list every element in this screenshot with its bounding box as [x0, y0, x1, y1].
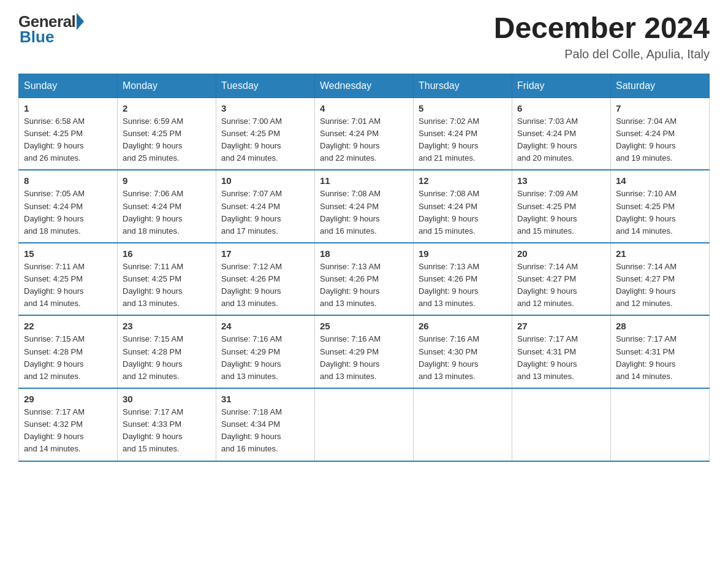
day-info: Sunrise: 7:08 AMSunset: 4:24 PMDaylight:… — [419, 189, 479, 235]
day-number: 18 — [320, 248, 408, 259]
day-info: Sunrise: 7:02 AMSunset: 4:24 PMDaylight:… — [419, 117, 479, 163]
day-number: 2 — [123, 103, 211, 113]
calendar-cell: 1 Sunrise: 6:58 AMSunset: 4:25 PMDayligh… — [19, 98, 118, 170]
day-number: 24 — [221, 321, 309, 331]
day-info: Sunrise: 7:04 AMSunset: 4:24 PMDaylight:… — [616, 117, 677, 163]
calendar-cell: 28 Sunrise: 7:17 AMSunset: 4:31 PMDaylig… — [611, 315, 710, 388]
day-number: 6 — [517, 103, 605, 113]
calendar-table: SundayMondayTuesdayWednesdayThursdayFrid… — [18, 74, 710, 462]
calendar-cell: 12 Sunrise: 7:08 AMSunset: 4:24 PMDaylig… — [414, 170, 512, 243]
header-wednesday: Wednesday — [315, 74, 414, 98]
calendar-cell: 16 Sunrise: 7:11 AMSunset: 4:25 PMDaylig… — [118, 243, 216, 316]
calendar-body: 1 Sunrise: 6:58 AMSunset: 4:25 PMDayligh… — [19, 98, 710, 461]
day-info: Sunrise: 7:16 AMSunset: 4:29 PMDaylight:… — [221, 334, 282, 380]
day-info: Sunrise: 7:05 AMSunset: 4:24 PMDaylight:… — [24, 189, 85, 235]
calendar-cell: 23 Sunrise: 7:15 AMSunset: 4:28 PMDaylig… — [118, 315, 216, 388]
day-number: 28 — [616, 321, 704, 331]
day-info: Sunrise: 7:14 AMSunset: 4:27 PMDaylight:… — [616, 262, 677, 308]
calendar-cell: 7 Sunrise: 7:04 AMSunset: 4:24 PMDayligh… — [611, 98, 710, 170]
calendar-cell — [315, 388, 414, 461]
day-number: 1 — [24, 103, 112, 113]
day-number: 9 — [123, 175, 211, 186]
day-info: Sunrise: 7:13 AMSunset: 4:26 PMDaylight:… — [320, 262, 381, 308]
header-tuesday: Tuesday — [216, 74, 315, 98]
calendar-cell: 25 Sunrise: 7:16 AMSunset: 4:29 PMDaylig… — [315, 315, 414, 388]
day-info: Sunrise: 7:08 AMSunset: 4:24 PMDaylight:… — [320, 189, 381, 235]
calendar-cell: 17 Sunrise: 7:12 AMSunset: 4:26 PMDaylig… — [216, 243, 315, 316]
day-number: 26 — [419, 321, 507, 331]
day-number: 17 — [221, 248, 309, 259]
day-number: 10 — [221, 175, 309, 186]
month-title: December 2024 — [494, 12, 710, 45]
day-info: Sunrise: 7:01 AMSunset: 4:24 PMDaylight:… — [320, 117, 381, 163]
calendar-cell: 29 Sunrise: 7:17 AMSunset: 4:32 PMDaylig… — [19, 388, 118, 461]
calendar-week-1: 1 Sunrise: 6:58 AMSunset: 4:25 PMDayligh… — [19, 98, 710, 170]
day-info: Sunrise: 7:00 AMSunset: 4:25 PMDaylight:… — [221, 117, 282, 163]
day-info: Sunrise: 7:06 AMSunset: 4:24 PMDaylight:… — [123, 189, 183, 235]
day-number: 29 — [24, 394, 112, 404]
day-number: 30 — [123, 394, 211, 404]
calendar-cell: 4 Sunrise: 7:01 AMSunset: 4:24 PMDayligh… — [315, 98, 414, 170]
title-block: December 2024 Palo del Colle, Apulia, It… — [494, 12, 710, 61]
day-number: 14 — [616, 175, 704, 186]
calendar-week-5: 29 Sunrise: 7:17 AMSunset: 4:32 PMDaylig… — [19, 388, 710, 461]
calendar-cell — [611, 388, 710, 461]
calendar-cell: 18 Sunrise: 7:13 AMSunset: 4:26 PMDaylig… — [315, 243, 414, 316]
calendar-cell: 10 Sunrise: 7:07 AMSunset: 4:24 PMDaylig… — [216, 170, 315, 243]
day-info: Sunrise: 7:18 AMSunset: 4:34 PMDaylight:… — [221, 407, 282, 453]
day-info: Sunrise: 7:07 AMSunset: 4:24 PMDaylight:… — [221, 189, 282, 235]
day-number: 27 — [517, 321, 605, 331]
page-header: General Blue December 2024 Palo del Coll… — [18, 12, 710, 61]
header-row: SundayMondayTuesdayWednesdayThursdayFrid… — [19, 74, 710, 98]
day-number: 21 — [616, 248, 704, 259]
header-saturday: Saturday — [611, 74, 710, 98]
calendar-cell: 20 Sunrise: 7:14 AMSunset: 4:27 PMDaylig… — [512, 243, 611, 316]
calendar-cell: 22 Sunrise: 7:15 AMSunset: 4:28 PMDaylig… — [19, 315, 118, 388]
day-info: Sunrise: 6:59 AMSunset: 4:25 PMDaylight:… — [123, 117, 183, 163]
header-friday: Friday — [512, 74, 611, 98]
header-monday: Monday — [118, 74, 216, 98]
header-thursday: Thursday — [414, 74, 512, 98]
calendar-cell: 24 Sunrise: 7:16 AMSunset: 4:29 PMDaylig… — [216, 315, 315, 388]
logo-arrow-icon — [77, 13, 84, 30]
calendar-cell: 27 Sunrise: 7:17 AMSunset: 4:31 PMDaylig… — [512, 315, 611, 388]
day-info: Sunrise: 7:11 AMSunset: 4:25 PMDaylight:… — [24, 262, 85, 308]
day-info: Sunrise: 7:11 AMSunset: 4:25 PMDaylight:… — [123, 262, 183, 308]
day-info: Sunrise: 7:03 AMSunset: 4:24 PMDaylight:… — [517, 117, 578, 163]
day-info: Sunrise: 7:16 AMSunset: 4:30 PMDaylight:… — [419, 334, 479, 380]
day-number: 22 — [24, 321, 112, 331]
day-info: Sunrise: 7:09 AMSunset: 4:25 PMDaylight:… — [517, 189, 578, 235]
day-info: Sunrise: 7:14 AMSunset: 4:27 PMDaylight:… — [517, 262, 578, 308]
calendar-cell: 5 Sunrise: 7:02 AMSunset: 4:24 PMDayligh… — [414, 98, 512, 170]
day-info: Sunrise: 7:17 AMSunset: 4:31 PMDaylight:… — [517, 334, 578, 380]
day-info: Sunrise: 7:17 AMSunset: 4:32 PMDaylight:… — [24, 407, 85, 453]
location-subtitle: Palo del Colle, Apulia, Italy — [494, 47, 710, 61]
day-info: Sunrise: 7:12 AMSunset: 4:26 PMDaylight:… — [221, 262, 282, 308]
day-number: 7 — [616, 103, 704, 113]
logo-blue-text: Blue — [20, 28, 54, 47]
header-sunday: Sunday — [19, 74, 118, 98]
day-number: 8 — [24, 175, 112, 186]
day-info: Sunrise: 7:13 AMSunset: 4:26 PMDaylight:… — [419, 262, 479, 308]
calendar-cell: 13 Sunrise: 7:09 AMSunset: 4:25 PMDaylig… — [512, 170, 611, 243]
calendar-cell: 30 Sunrise: 7:17 AMSunset: 4:33 PMDaylig… — [118, 388, 216, 461]
calendar-cell: 8 Sunrise: 7:05 AMSunset: 4:24 PMDayligh… — [19, 170, 118, 243]
day-number: 23 — [123, 321, 211, 331]
day-info: Sunrise: 7:16 AMSunset: 4:29 PMDaylight:… — [320, 334, 381, 380]
calendar-cell: 2 Sunrise: 6:59 AMSunset: 4:25 PMDayligh… — [118, 98, 216, 170]
day-info: Sunrise: 7:15 AMSunset: 4:28 PMDaylight:… — [24, 334, 85, 380]
day-number: 25 — [320, 321, 408, 331]
calendar-cell: 3 Sunrise: 7:00 AMSunset: 4:25 PMDayligh… — [216, 98, 315, 170]
day-info: Sunrise: 7:17 AMSunset: 4:31 PMDaylight:… — [616, 334, 677, 380]
calendar-week-3: 15 Sunrise: 7:11 AMSunset: 4:25 PMDaylig… — [19, 243, 710, 316]
calendar-cell: 21 Sunrise: 7:14 AMSunset: 4:27 PMDaylig… — [611, 243, 710, 316]
calendar-cell: 19 Sunrise: 7:13 AMSunset: 4:26 PMDaylig… — [414, 243, 512, 316]
calendar-week-2: 8 Sunrise: 7:05 AMSunset: 4:24 PMDayligh… — [19, 170, 710, 243]
logo: General Blue — [18, 12, 84, 47]
calendar-cell: 11 Sunrise: 7:08 AMSunset: 4:24 PMDaylig… — [315, 170, 414, 243]
day-info: Sunrise: 7:15 AMSunset: 4:28 PMDaylight:… — [123, 334, 183, 380]
day-number: 5 — [419, 103, 507, 113]
calendar-cell: 9 Sunrise: 7:06 AMSunset: 4:24 PMDayligh… — [118, 170, 216, 243]
calendar-cell: 31 Sunrise: 7:18 AMSunset: 4:34 PMDaylig… — [216, 388, 315, 461]
day-number: 12 — [419, 175, 507, 186]
